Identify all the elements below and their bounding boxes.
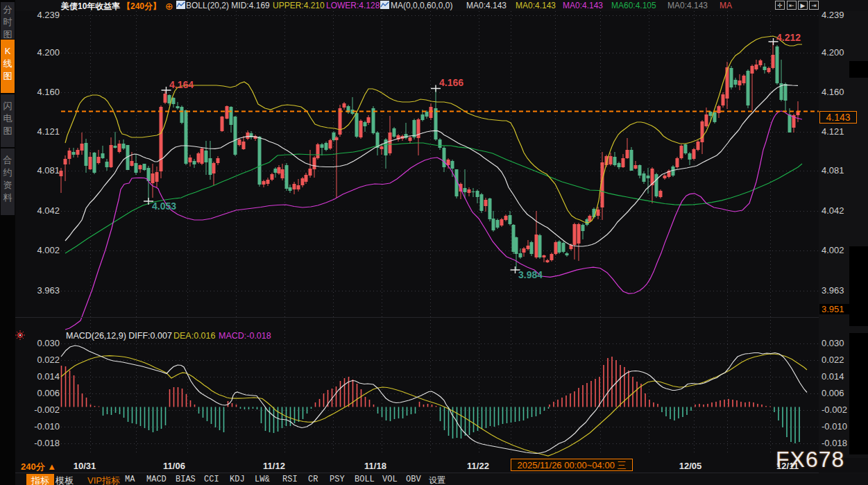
- svg-text:DEA:0.016: DEA:0.016: [173, 331, 216, 341]
- svg-text:4.212: 4.212: [776, 32, 801, 43]
- svg-text:MACD:-0.018: MACD:-0.018: [219, 331, 271, 341]
- svg-text:4.166: 4.166: [439, 77, 463, 88]
- svg-text:3.984: 3.984: [518, 269, 543, 280]
- svg-text:MACD(26,12,9) DIFF:0.007: MACD(26,12,9) DIFF:0.007: [66, 331, 172, 341]
- svg-text:4.053: 4.053: [152, 201, 176, 212]
- svg-text:4.164: 4.164: [169, 79, 194, 90]
